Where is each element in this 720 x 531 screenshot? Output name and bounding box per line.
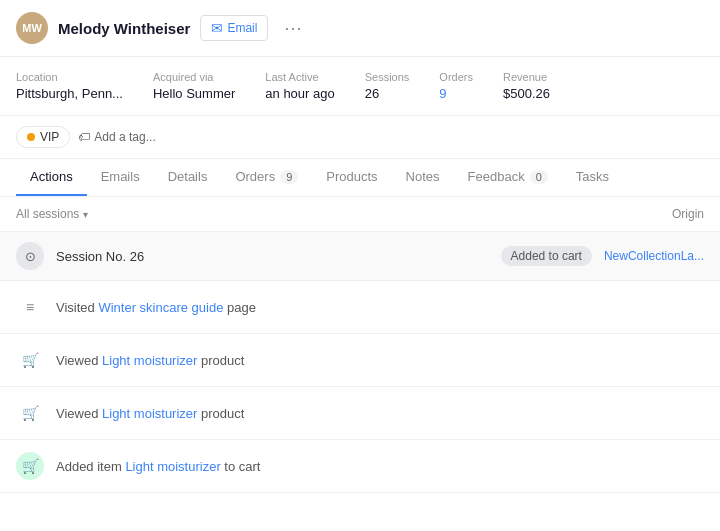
email-icon: ✉ (211, 20, 223, 36)
tab-badge: 9 (280, 170, 298, 184)
session-number: 26 (130, 249, 144, 264)
tab-tasks[interactable]: Tasks (562, 159, 623, 196)
session-icon: ⊙ (16, 242, 44, 270)
activity-row: 🛒 Added item Light moisturizer to cart (0, 440, 720, 493)
user-name: Melody Wintheiser (58, 20, 190, 37)
tab-feedback[interactable]: Feedback0 (454, 159, 562, 196)
tab-label: Emails (101, 169, 140, 184)
activity-link[interactable]: Light moisturizer (125, 459, 220, 474)
email-label: Email (227, 21, 257, 35)
tags-row: VIP 🏷 Add a tag... (0, 116, 720, 159)
stat-value: 26 (365, 86, 410, 101)
activity-suffix: to cart (221, 459, 261, 474)
activity-plain: Viewed (56, 406, 102, 421)
stat-value: Pittsburgh, Penn... (16, 86, 123, 101)
activity-row: 🛒 Viewed Light moisturizer product (0, 387, 720, 440)
tab-products[interactable]: Products (312, 159, 391, 196)
add-tag-label: Add a tag... (94, 130, 155, 144)
all-sessions-filter[interactable]: All sessions ▾ (16, 207, 88, 221)
tab-label: Notes (406, 169, 440, 184)
activity-plain: Visited (56, 300, 98, 315)
activity-text: Visited Winter skincare guide page (56, 300, 256, 315)
activity-suffix: product (197, 406, 244, 421)
stat-item: Revenue $500.26 (503, 71, 550, 101)
vip-badge: VIP (16, 126, 70, 148)
all-sessions-label: All sessions (16, 207, 79, 221)
page-icon: ≡ (16, 293, 44, 321)
tab-label: Tasks (576, 169, 609, 184)
stat-label: Last Active (265, 71, 334, 83)
tab-orders[interactable]: Orders9 (221, 159, 312, 196)
session-group: ⊙ Session No. 26 Added to cart NewCollec… (0, 232, 720, 281)
activity-plain: Viewed (56, 353, 102, 368)
cart-add-icon: 🛒 (16, 452, 44, 480)
stat-item: Sessions 26 (365, 71, 410, 101)
add-tag-button[interactable]: 🏷 Add a tag... (78, 130, 155, 144)
tab-label: Actions (30, 169, 73, 184)
session-title: Session No. 26 (56, 249, 489, 264)
added-to-cart-badge: Added to cart (501, 246, 592, 266)
email-button[interactable]: ✉ Email (200, 15, 268, 41)
avatar: MW (16, 12, 48, 44)
stat-item: Last Active an hour ago (265, 71, 334, 101)
activity-link[interactable]: Light moisturizer (102, 353, 197, 368)
session-row[interactable]: ⊙ Session No. 26 Added to cart NewCollec… (0, 232, 720, 280)
activity-link[interactable]: Light moisturizer (102, 406, 197, 421)
stat-value: 9 (439, 86, 473, 101)
activity-row: 🛒 Viewed Light moisturizer product (0, 334, 720, 387)
vip-label: VIP (40, 130, 59, 144)
tab-actions[interactable]: Actions (16, 159, 87, 196)
session-prefix: Session No. (56, 249, 130, 264)
tab-notes[interactable]: Notes (392, 159, 454, 196)
activity-suffix: product (197, 353, 244, 368)
tab-label: Orders (235, 169, 275, 184)
tag-icon: 🏷 (78, 130, 90, 144)
tab-label: Products (326, 169, 377, 184)
stat-label: Sessions (365, 71, 410, 83)
stat-item: Location Pittsburgh, Penn... (16, 71, 123, 101)
stat-label: Revenue (503, 71, 550, 83)
activity-row: ≡ Visited Winter skincare guide page (0, 281, 720, 334)
session-filters: All sessions ▾ Origin (0, 197, 720, 232)
header: MW Melody Wintheiser ✉ Email ··· (0, 0, 720, 57)
tab-badge: 0 (530, 170, 548, 184)
stat-value: Hello Summer (153, 86, 235, 101)
activity-link[interactable]: Winter skincare guide (98, 300, 223, 315)
activity-text: Viewed Light moisturizer product (56, 353, 244, 368)
tab-label: Feedback (468, 169, 525, 184)
activities-container: ≡ Visited Winter skincare guide page 🛒 V… (0, 281, 720, 493)
activity-text: Added item Light moisturizer to cart (56, 459, 261, 474)
activity-plain: Added item (56, 459, 125, 474)
tab-emails[interactable]: Emails (87, 159, 154, 196)
stat-item: Acquired via Hello Summer (153, 71, 235, 101)
stat-label: Orders (439, 71, 473, 83)
cart-icon: 🛒 (16, 346, 44, 374)
cart-icon: 🛒 (16, 399, 44, 427)
stat-item: Orders 9 (439, 71, 473, 101)
activity-suffix: page (223, 300, 256, 315)
chevron-down-icon: ▾ (83, 209, 88, 220)
activity-text: Viewed Light moisturizer product (56, 406, 244, 421)
stat-value: $500.26 (503, 86, 550, 101)
session-origin: NewCollectionLa... (604, 249, 704, 263)
stat-label: Acquired via (153, 71, 235, 83)
tab-details[interactable]: Details (154, 159, 222, 196)
stat-label: Location (16, 71, 123, 83)
tabs: ActionsEmailsDetailsOrders9ProductsNotes… (0, 159, 720, 197)
origin-label: Origin (672, 207, 704, 221)
vip-dot (27, 133, 35, 141)
more-button[interactable]: ··· (278, 16, 308, 41)
tab-label: Details (168, 169, 208, 184)
stats-row: Location Pittsburgh, Penn... Acquired vi… (0, 57, 720, 116)
stat-value: an hour ago (265, 86, 334, 101)
